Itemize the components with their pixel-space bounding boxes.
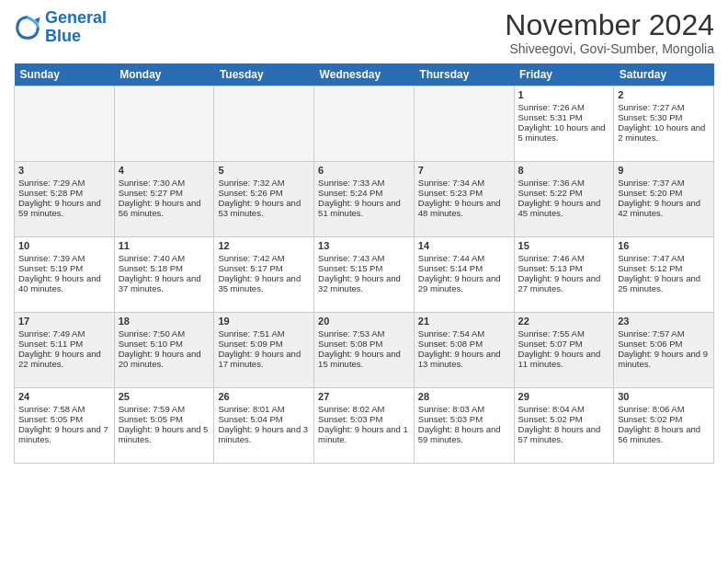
sunset-text: Sunset: 5:31 PM: [518, 112, 610, 122]
calendar-cell: 17Sunrise: 7:49 AMSunset: 5:11 PMDayligh…: [15, 313, 115, 388]
calendar-cell: 5Sunrise: 7:32 AMSunset: 5:26 PMDaylight…: [214, 162, 314, 237]
calendar-cell: 22Sunrise: 7:55 AMSunset: 5:07 PMDayligh…: [514, 313, 614, 388]
daylight-text: Daylight: 9 hours and 51 minutes.: [318, 198, 410, 218]
title-block: November 2024 Shiveegovi, Govi-Sumber, M…: [505, 9, 714, 56]
calendar-cell: 24Sunrise: 7:58 AMSunset: 5:05 PMDayligh…: [15, 388, 115, 464]
daylight-text: Daylight: 9 hours and 3 minutes.: [218, 424, 310, 444]
daylight-text: Daylight: 9 hours and 32 minutes.: [318, 273, 410, 293]
sunrise-text: Sunrise: 7:42 AM: [218, 253, 310, 263]
sunset-text: Sunset: 5:13 PM: [518, 263, 610, 273]
calendar-cell: 15Sunrise: 7:46 AMSunset: 5:13 PMDayligh…: [514, 237, 614, 313]
calendar-cell: 21Sunrise: 7:54 AMSunset: 5:08 PMDayligh…: [414, 313, 514, 388]
calendar-cell: 19Sunrise: 7:51 AMSunset: 5:09 PMDayligh…: [214, 313, 314, 388]
day-number: 26: [218, 391, 310, 402]
sunset-text: Sunset: 5:17 PM: [218, 263, 310, 273]
day-number: 17: [18, 316, 110, 327]
calendar-cell: 6Sunrise: 7:33 AMSunset: 5:24 PMDaylight…: [314, 162, 415, 237]
sunset-text: Sunset: 5:19 PM: [18, 263, 110, 273]
daylight-text: Daylight: 9 hours and 15 minutes.: [318, 349, 410, 369]
daylight-text: Daylight: 9 hours and 42 minutes.: [618, 198, 710, 218]
sunrise-text: Sunrise: 7:30 AM: [119, 178, 210, 188]
day-number: 2: [618, 89, 710, 100]
sunrise-text: Sunrise: 7:37 AM: [618, 178, 710, 188]
calendar-cell: 27Sunrise: 8:02 AMSunset: 5:03 PMDayligh…: [314, 388, 415, 464]
sunrise-text: Sunrise: 7:54 AM: [418, 328, 510, 339]
sunset-text: Sunset: 5:10 PM: [119, 339, 210, 349]
calendar-cell: 18Sunrise: 7:50 AMSunset: 5:10 PMDayligh…: [114, 313, 214, 388]
calendar-week-row: 10Sunrise: 7:39 AMSunset: 5:19 PMDayligh…: [15, 237, 714, 313]
day-number: 29: [518, 391, 610, 402]
calendar-cell: [314, 86, 415, 162]
sunset-text: Sunset: 5:30 PM: [618, 112, 710, 122]
daylight-text: Daylight: 9 hours and 9 minutes.: [618, 349, 710, 369]
day-number: 5: [218, 165, 310, 176]
calendar-cell: 23Sunrise: 7:57 AMSunset: 5:06 PMDayligh…: [614, 313, 714, 388]
sunset-text: Sunset: 5:23 PM: [418, 188, 510, 198]
day-number: 21: [418, 316, 510, 327]
location: Shiveegovi, Govi-Sumber, Mongolia: [505, 41, 714, 56]
sunrise-text: Sunrise: 7:46 AM: [518, 253, 610, 263]
daylight-text: Daylight: 9 hours and 5 minutes.: [119, 424, 210, 444]
logo: General Blue: [14, 9, 107, 46]
col-sunday: Sunday: [15, 63, 115, 86]
day-number: 19: [218, 316, 310, 327]
day-number: 4: [119, 165, 210, 176]
calendar-cell: 1Sunrise: 7:26 AMSunset: 5:31 PMDaylight…: [514, 86, 614, 162]
daylight-text: Daylight: 9 hours and 11 minutes.: [518, 349, 610, 369]
calendar-cell: 30Sunrise: 8:06 AMSunset: 5:02 PMDayligh…: [614, 388, 714, 464]
daylight-text: Daylight: 9 hours and 48 minutes.: [418, 198, 510, 218]
calendar-cell: 2Sunrise: 7:27 AMSunset: 5:30 PMDaylight…: [614, 86, 714, 162]
sunset-text: Sunset: 5:28 PM: [18, 188, 110, 198]
daylight-text: Daylight: 9 hours and 13 minutes.: [418, 349, 510, 369]
daylight-text: Daylight: 9 hours and 22 minutes.: [18, 349, 110, 369]
daylight-text: Daylight: 9 hours and 27 minutes.: [518, 273, 610, 293]
calendar-week-row: 17Sunrise: 7:49 AMSunset: 5:11 PMDayligh…: [15, 313, 714, 388]
daylight-text: Daylight: 9 hours and 35 minutes.: [218, 273, 310, 293]
day-number: 12: [218, 240, 310, 251]
logo-icon: [14, 14, 41, 41]
daylight-text: Daylight: 9 hours and 37 minutes.: [119, 273, 210, 293]
sunset-text: Sunset: 5:14 PM: [418, 263, 510, 273]
sunset-text: Sunset: 5:12 PM: [618, 263, 710, 273]
sunset-text: Sunset: 5:15 PM: [318, 263, 410, 273]
daylight-text: Daylight: 9 hours and 56 minutes.: [119, 198, 210, 218]
calendar-cell: 14Sunrise: 7:44 AMSunset: 5:14 PMDayligh…: [414, 237, 514, 313]
calendar-cell: [114, 86, 214, 162]
sunrise-text: Sunrise: 7:36 AM: [518, 178, 610, 188]
sunrise-text: Sunrise: 8:04 AM: [518, 404, 610, 414]
daylight-text: Daylight: 9 hours and 40 minutes.: [18, 273, 110, 293]
calendar-cell: 13Sunrise: 7:43 AMSunset: 5:15 PMDayligh…: [314, 237, 415, 313]
day-number: 30: [618, 391, 710, 402]
col-thursday: Thursday: [414, 63, 514, 86]
day-number: 7: [418, 165, 510, 176]
sunset-text: Sunset: 5:06 PM: [618, 339, 710, 349]
sunset-text: Sunset: 5:07 PM: [518, 339, 610, 349]
daylight-text: Daylight: 9 hours and 17 minutes.: [218, 349, 310, 369]
calendar-table: Sunday Monday Tuesday Wednesday Thursday…: [14, 63, 714, 464]
calendar-cell: 4Sunrise: 7:30 AMSunset: 5:27 PMDaylight…: [114, 162, 214, 237]
logo-text: General Blue: [45, 9, 107, 46]
sunrise-text: Sunrise: 7:47 AM: [618, 253, 710, 263]
sunset-text: Sunset: 5:08 PM: [318, 339, 410, 349]
day-number: 20: [318, 316, 410, 327]
sunrise-text: Sunrise: 7:59 AM: [119, 404, 210, 414]
sunrise-text: Sunrise: 8:06 AM: [618, 404, 710, 414]
calendar-cell: [15, 86, 115, 162]
day-number: 9: [618, 165, 710, 176]
calendar-cell: 25Sunrise: 7:59 AMSunset: 5:05 PMDayligh…: [114, 388, 214, 464]
day-number: 6: [318, 165, 410, 176]
header: General Blue November 2024 Shiveegovi, G…: [14, 9, 714, 56]
daylight-text: Daylight: 9 hours and 53 minutes.: [218, 198, 310, 218]
sunset-text: Sunset: 5:22 PM: [518, 188, 610, 198]
sunset-text: Sunset: 5:02 PM: [518, 414, 610, 424]
calendar-cell: 12Sunrise: 7:42 AMSunset: 5:17 PMDayligh…: [214, 237, 314, 313]
calendar-cell: 20Sunrise: 7:53 AMSunset: 5:08 PMDayligh…: [314, 313, 415, 388]
sunrise-text: Sunrise: 7:29 AM: [18, 178, 110, 188]
daylight-text: Daylight: 8 hours and 59 minutes.: [418, 424, 510, 444]
sunrise-text: Sunrise: 7:27 AM: [618, 102, 710, 112]
calendar-week-row: 3Sunrise: 7:29 AMSunset: 5:28 PMDaylight…: [15, 162, 714, 237]
daylight-text: Daylight: 10 hours and 5 minutes.: [518, 122, 610, 143]
daylight-text: Daylight: 9 hours and 25 minutes.: [618, 273, 710, 293]
day-number: 18: [119, 316, 210, 327]
day-number: 14: [418, 240, 510, 251]
